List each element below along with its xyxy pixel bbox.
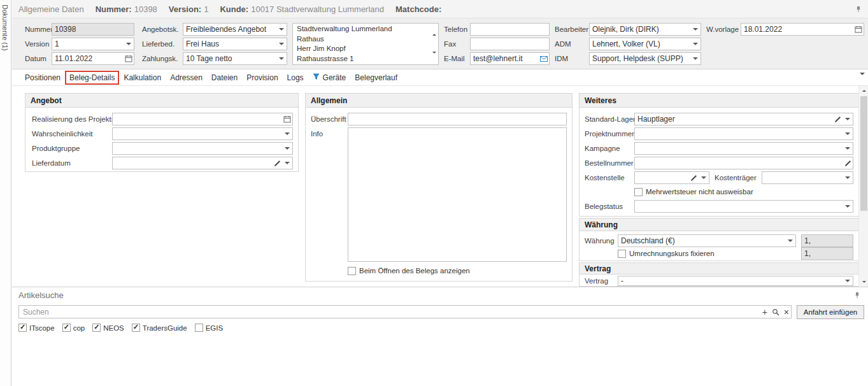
checkbox[interactable] — [18, 324, 27, 332]
lieferbed-select[interactable]: Frei Haus — [183, 38, 287, 50]
customer-address-field[interactable]: Stadtverwaltung Lummerland Rathaus Herr … — [292, 23, 439, 65]
address-line: Herr Jim Knopf — [297, 44, 425, 54]
realisierung-field[interactable] — [112, 113, 293, 125]
email-field[interactable]: test@lehnert.it — [470, 52, 550, 65]
scroll-down-icon[interactable] — [859, 277, 868, 287]
version-select[interactable]: 1 — [52, 38, 134, 50]
dokumente-side-tab[interactable]: Dokumente (1) — [0, 0, 11, 386]
content-scrollbar[interactable] — [858, 86, 868, 287]
checkbox[interactable] — [348, 267, 356, 275]
pencil-icon[interactable] — [688, 172, 699, 183]
datum-value: 11.01.2022 — [55, 54, 92, 63]
checkbox[interactable] — [62, 324, 71, 332]
chevron-down-icon[interactable] — [843, 113, 853, 125]
wvorlage-field[interactable]: 18.01.2022 — [741, 23, 864, 36]
chevron-down-icon[interactable] — [699, 172, 709, 183]
waehrung-select[interactable]: Deutschland (€) — [618, 234, 796, 247]
calendar-icon[interactable] — [282, 113, 292, 125]
pin-icon[interactable] — [854, 292, 860, 301]
chevron-down-icon[interactable] — [843, 172, 853, 183]
chevron-down-icon[interactable] — [276, 38, 287, 50]
adm-select[interactable]: Lehnert, Volker (VL) — [589, 38, 701, 50]
source-itscope[interactable]: ITscope — [18, 324, 55, 332]
tab-dateien[interactable]: Dateien — [207, 71, 242, 85]
checkbox[interactable] — [634, 188, 643, 196]
chevron-down-icon[interactable] — [690, 53, 701, 64]
calendar-icon[interactable] — [853, 24, 864, 35]
tab-overflow-chevron-icon[interactable] — [860, 75, 865, 84]
checkbox[interactable] — [132, 324, 140, 332]
fixieren-checkbox-row[interactable]: Umrechnungskurs fixieren — [618, 249, 715, 258]
tab-beleg-details[interactable]: Beleg-Details — [65, 71, 119, 85]
chevron-down-icon[interactable] — [282, 157, 292, 169]
tab-belegverlauf[interactable]: Belegverlauf — [350, 71, 402, 85]
lieferdatum-field[interactable] — [112, 157, 293, 169]
pencil-icon[interactable] — [843, 157, 853, 169]
projektnummer-select[interactable] — [634, 127, 853, 140]
envelope-icon[interactable] — [539, 53, 549, 64]
chevron-down-icon[interactable] — [432, 53, 436, 63]
checkbox[interactable] — [618, 250, 626, 258]
source-cop[interactable]: cop — [62, 324, 85, 332]
scrollbar-thumb[interactable] — [860, 96, 867, 211]
nummer-field[interactable]: 10398 — [52, 23, 134, 36]
chevron-down-icon[interactable] — [124, 38, 134, 50]
telefon-field[interactable] — [470, 23, 550, 36]
chevron-down-icon[interactable] — [282, 143, 292, 154]
ueberschrift-field[interactable] — [348, 113, 567, 125]
chevron-down-icon[interactable] — [843, 201, 853, 212]
chevron-down-icon[interactable] — [785, 235, 795, 247]
anfahrt-einfuegen-button[interactable]: Anfahrt einfügen — [797, 305, 864, 319]
kostentraeger-select[interactable] — [762, 171, 853, 184]
chevron-down-icon[interactable] — [282, 128, 292, 139]
source-tradersguide[interactable]: TradersGuide — [132, 324, 187, 332]
tab-logs[interactable]: Logs — [283, 71, 308, 85]
source-egis[interactable]: EGIS — [195, 324, 223, 332]
chevron-down-icon[interactable] — [276, 24, 287, 35]
tab-provision[interactable]: Provision — [242, 71, 282, 85]
belegstatus-select[interactable] — [634, 200, 853, 213]
checkbox[interactable] — [92, 324, 101, 332]
bearbeiter-select[interactable]: Olejnik, Dirk (DIRK) — [589, 23, 701, 36]
pin-icon[interactable] — [855, 6, 862, 13]
chevron-down-icon[interactable] — [276, 53, 287, 64]
pencil-icon[interactable] — [832, 113, 843, 125]
checkbox[interactable] — [195, 324, 203, 332]
kostenstelle-field[interactable] — [634, 171, 709, 184]
produktgruppe-select[interactable] — [112, 142, 293, 155]
info-textarea[interactable] — [348, 127, 567, 262]
scroll-up-icon[interactable] — [859, 86, 868, 96]
fax-field[interactable] — [470, 38, 550, 50]
kampagne-select[interactable] — [634, 142, 853, 155]
standard-lager-field[interactable]: Hauptlager — [634, 113, 853, 125]
tab-label: Kalkulation — [124, 73, 161, 82]
bestellnummer-field[interactable] — [634, 157, 853, 169]
chevron-down-icon[interactable] — [690, 38, 701, 50]
chevron-down-icon[interactable] — [690, 24, 701, 35]
plus-icon[interactable]: + — [762, 308, 767, 317]
chevron-down-icon[interactable] — [843, 143, 853, 154]
tab-geraete[interactable]: Geräte — [308, 71, 351, 85]
pencil-icon[interactable] — [272, 157, 282, 169]
vertrag-select[interactable]: - — [618, 276, 853, 286]
angebotsk-select[interactable]: Freibleibendes Angebot — [183, 23, 287, 36]
source-neos[interactable]: NEOS — [92, 324, 124, 332]
mwst-checkbox-row[interactable]: Mehrwertsteuer nicht ausweisbar — [634, 187, 753, 196]
tab-positionen[interactable]: Positionen — [20, 71, 65, 85]
datum-field[interactable]: 11.01.2022 — [52, 52, 134, 65]
anzeigen-checkbox-row[interactable]: Beim Öffnen des Belegs anzeigen — [348, 266, 470, 275]
header-kunde-label: Kunde: — [220, 4, 248, 14]
chevron-down-icon[interactable] — [843, 128, 853, 139]
scroll-up-icon[interactable] — [432, 25, 436, 36]
search-icon[interactable] — [772, 308, 779, 316]
search-input[interactable] — [18, 305, 792, 318]
tab-adressen[interactable]: Adressen — [166, 71, 207, 85]
clear-icon[interactable]: × — [784, 308, 789, 317]
zahlungsk-select[interactable]: 10 Tage netto — [183, 52, 287, 65]
tab-label: Belegverlauf — [355, 73, 397, 82]
idm-select[interactable]: Support, Helpdesk (SUPP) — [589, 52, 701, 65]
chevron-down-icon[interactable] — [843, 276, 853, 285]
calendar-icon[interactable] — [124, 53, 134, 64]
tab-kalkulation[interactable]: Kalkulation — [119, 71, 166, 85]
wahrscheinlichkeit-select[interactable] — [112, 127, 293, 140]
